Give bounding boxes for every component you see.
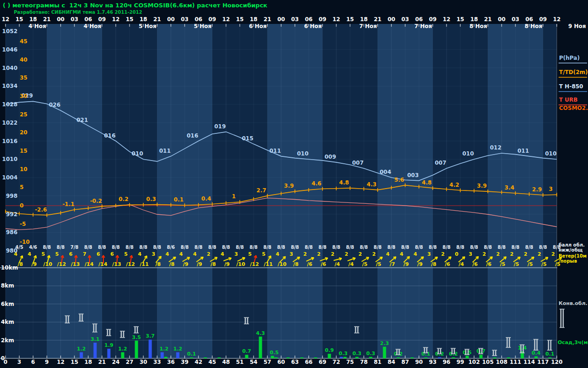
top-hour-label: 18 xyxy=(470,16,478,23)
wind-gust-value: /14 xyxy=(98,261,107,267)
bottom-hour-label: 6 xyxy=(31,359,35,365)
cloud-amount-value: 8/8 xyxy=(442,245,451,250)
pressure-axis-label: 1052 xyxy=(2,28,17,34)
top-hour-label: 03 xyxy=(181,16,189,23)
precip-bar xyxy=(80,352,83,358)
pressure-point-label: 016 xyxy=(187,132,198,139)
wind-speed-value: 4 xyxy=(276,251,279,257)
cloud-amount-value: 7/8 xyxy=(70,245,79,250)
bottom-hour-label: 81 xyxy=(374,359,382,365)
precip-bar xyxy=(438,357,441,358)
pressure-point-label: 010 xyxy=(545,150,556,157)
top-hour-label: 21 xyxy=(374,16,382,23)
bottom-hour-label: 21 xyxy=(98,359,106,365)
legend-label: P(hPa) xyxy=(559,55,580,61)
cloud-amount-value: 8/8 xyxy=(456,245,464,250)
precip-bar xyxy=(493,357,497,358)
bottom-hour-label: 45 xyxy=(209,359,216,365)
pressure-point-label: 026 xyxy=(49,102,60,108)
bottom-hour-label: 120 xyxy=(551,359,562,365)
bottom-hour-label: 63 xyxy=(291,359,299,365)
bottom-hour-label: 99 xyxy=(457,359,464,365)
wind-gust-value: /9 xyxy=(417,261,423,267)
bottom-hour-label: 69 xyxy=(319,359,327,365)
wind-speed-value: 6 xyxy=(110,251,114,257)
bottom-hour-label: 30 xyxy=(140,359,147,365)
top-hour-label: 21 xyxy=(264,16,271,23)
precip-bar xyxy=(452,357,455,358)
wind-gust-value: /10 xyxy=(43,261,52,267)
precip-bar xyxy=(164,357,168,358)
wind-speed-value: 5 xyxy=(248,251,252,257)
wind-speed-value: 4 xyxy=(193,251,197,257)
bottom-hour-label: 48 xyxy=(222,359,230,365)
pressure-point-label: 007 xyxy=(435,160,446,166)
height-axis-label: 10km xyxy=(1,264,18,271)
wind-gust-value: /12 xyxy=(57,261,66,267)
wind-speed-value: 2 xyxy=(303,251,307,257)
top-hour-label: 06 xyxy=(415,16,423,23)
top-hour-label: 21 xyxy=(153,16,161,23)
temp-point-label: 3.9 xyxy=(284,183,294,189)
wind-speed-value: 4 xyxy=(138,251,141,257)
pressure-point-label: 003 xyxy=(407,172,418,178)
wind-speed-value: 3 xyxy=(152,251,155,257)
temp-axis-label: 20 xyxy=(20,129,28,136)
bottom-hour-label: 24 xyxy=(112,359,120,365)
bottom-hour-label: 36 xyxy=(167,359,175,365)
pressure-point-label: 011 xyxy=(517,148,529,154)
temp-axis-label: 5 xyxy=(20,184,23,190)
cloud-amount-value: 8/8 xyxy=(360,245,368,250)
cloud-amount-value: 8/8 xyxy=(498,245,506,250)
pressure-point-label: 010 xyxy=(131,150,143,157)
temp-point-label: 4.8 xyxy=(422,179,431,186)
precip-bar xyxy=(149,339,152,358)
cloud-amount-value: 8/8 xyxy=(112,245,120,250)
wind-speed-value: 3 xyxy=(469,251,472,257)
precip-bar xyxy=(466,356,469,359)
pressure-point-label: 010 xyxy=(297,150,308,157)
wind-gust-value: /7 xyxy=(390,261,395,267)
wind-gust-value: /4 xyxy=(348,261,354,267)
cloud-amount-value: 8/8 xyxy=(525,245,533,250)
bottom-hour-label: 57 xyxy=(264,359,271,365)
temp-point-label: 2.7 xyxy=(256,187,266,194)
date-label: 5 Ноя xyxy=(139,23,157,29)
cloud-amount-value: 8/8 xyxy=(277,245,285,250)
cloud-amount-value: 8/8 xyxy=(249,245,258,250)
top-hour-label: 12 xyxy=(222,16,230,23)
bottom-hour-label: 66 xyxy=(305,359,313,365)
wind-speed-value: 4 xyxy=(386,251,390,257)
temp-axis-label: 45 xyxy=(20,38,28,45)
precip-bar xyxy=(424,357,428,358)
precip-value-label: 1.4 xyxy=(518,345,527,351)
bottom-hour-label: 93 xyxy=(429,359,437,365)
date-label: 8 Ноя xyxy=(469,23,487,29)
height-axis-label: 8km xyxy=(1,282,14,289)
wind-gust-value: /9 xyxy=(183,261,188,267)
top-hour-label: 15 xyxy=(346,16,354,23)
bottom-hour-label: 117 xyxy=(537,359,548,365)
pressure-axis-label: 1034 xyxy=(2,83,17,89)
wind-gust-value: /9 xyxy=(31,261,37,267)
precip-bar xyxy=(480,355,483,358)
height-axis-label: 6km xyxy=(1,301,14,307)
precip-bar xyxy=(548,357,552,358)
wind-speed-value: 2 xyxy=(551,251,555,257)
wind-speed-value: 2 xyxy=(524,251,527,257)
temp-axis-label: 30 xyxy=(20,93,28,99)
precip-value-label: 0.3 xyxy=(339,351,348,356)
wind-gust-value: /4 xyxy=(334,261,340,267)
wind-gust-value: /6 xyxy=(472,261,478,267)
wind-gust-value: /10 xyxy=(236,261,245,267)
temp-axis-label: 15 xyxy=(20,148,28,154)
precip-value-label: 0.3 xyxy=(352,351,362,356)
precip-value-label: 4.3 xyxy=(256,330,265,336)
wind-speed-value: 4 xyxy=(413,251,417,257)
wind-speed-value: 2 xyxy=(345,251,348,257)
pressure-point-label: 010 xyxy=(462,150,474,157)
precip-bar xyxy=(94,343,97,358)
pressure-point-label: 019 xyxy=(214,123,226,130)
bottom-hour-label: 90 xyxy=(415,359,423,365)
bottom-hour-label: 51 xyxy=(236,359,244,365)
